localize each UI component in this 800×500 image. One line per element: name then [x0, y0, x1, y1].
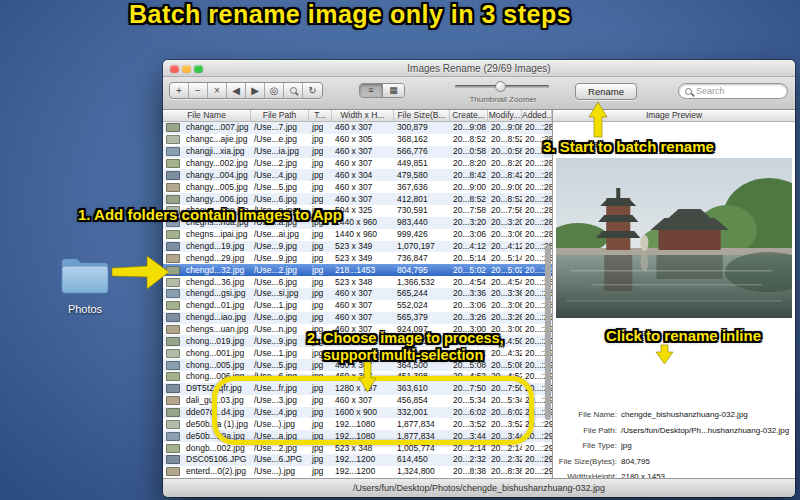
cell-create: 20...7:58 — [450, 205, 488, 216]
table-row[interactable]: DSC05106.JPG/Use...6.JPGjpg192...1200614… — [163, 454, 552, 466]
cell-dims: 218...1453 — [332, 265, 394, 276]
cell-size: 983,440 — [394, 217, 450, 228]
file-name-inline-edit[interactable]: chengde_bishushanzhuang-032.jpg — [621, 410, 748, 419]
preview-button[interactable]: ◎ — [265, 83, 284, 98]
previous-button[interactable]: ◀ — [227, 83, 246, 98]
table-row[interactable]: chengd...19.jpg/Use...9.jpgjpg523 x 3491… — [163, 241, 552, 253]
cell-name: chengd...29.jpg — [183, 253, 251, 264]
column-header[interactable]: Width x H... — [332, 110, 394, 122]
photos-folder[interactable]: Photos — [50, 256, 120, 315]
table-row[interactable]: changy...002.jpg/Use...2.jpgjpg460 x 307… — [163, 158, 552, 170]
file-info-value: 804,795 — [621, 457, 650, 466]
window-titlebar[interactable]: Images Rename (29/69 Images) — [163, 60, 795, 77]
thumbnail-cell — [163, 466, 183, 477]
table-row[interactable]: enterd...0(2).jpg/Use...).jpgjpg192...12… — [163, 466, 552, 478]
toolbar-button-group: +−×◀▶◎↻ — [169, 82, 323, 99]
grid-view-button[interactable]: ▦ — [382, 84, 404, 97]
column-header[interactable]: Create... — [450, 110, 488, 122]
rename-button[interactable]: Rename — [575, 83, 637, 100]
table-row[interactable]: chengd...01.jpg/Use...1.jpgjpg460 x 3075… — [163, 300, 552, 312]
column-header[interactable]: File Size(B... — [394, 110, 450, 122]
cell-path: /Use...5.jpg — [251, 360, 309, 371]
table-row[interactable]: chengd...29.jpg/Use...9.jpgjpg523 x 3497… — [163, 252, 552, 264]
cell-modify: 20...3:06 — [488, 229, 522, 240]
file-info-label: File Name: — [553, 410, 617, 419]
file-info-label: File Size(Bytes): — [553, 457, 617, 466]
column-header[interactable]: Added... — [522, 110, 552, 122]
table-row[interactable]: changy...006.jpg/Use...6.jpgjpg460 x 307… — [163, 193, 552, 205]
scrollbar-thumb[interactable] — [545, 245, 551, 420]
table-row[interactable]: changc...ajie.jpg/Use...e.jpgjpg460 x 30… — [163, 134, 552, 146]
file-thumbnail-icon — [166, 396, 180, 405]
cell-size: 736,847 — [394, 253, 450, 264]
remove-button[interactable]: − — [189, 83, 208, 98]
delete-button[interactable]: × — [208, 83, 227, 98]
preview-pane: Image Preview — [552, 110, 795, 478]
slider-knob-icon[interactable] — [495, 81, 506, 92]
file-thumbnail-icon — [166, 313, 180, 322]
cell-name: changy...006.jpg — [183, 194, 251, 205]
cell-create: 20...3:20 — [450, 217, 488, 228]
cell-type: jpg — [309, 466, 332, 477]
file-thumbnail-icon — [166, 325, 180, 334]
table-row[interactable]: changji...xia.jpg/Use...ia.jpgjpg460 x 3… — [163, 146, 552, 158]
file-info-label: File Type: — [553, 441, 617, 450]
table-row[interactable]: chengd...iao.jpg/Use...o.jpgjpg460 x 307… — [163, 312, 552, 324]
cell-dims: 460 x 307 — [332, 158, 394, 169]
cell-create: 20...8:52 — [450, 134, 488, 145]
table-row[interactable]: chengd...gsi.jpg/Use...si.jpgjpg460 x 30… — [163, 288, 552, 300]
list-view-button[interactable]: ≡ — [360, 84, 382, 97]
file-thumbnail-icon — [166, 301, 180, 310]
file-thumbnail-icon — [166, 361, 180, 370]
search-button[interactable] — [284, 83, 303, 98]
table-row[interactable]: changy...005.jpg/Use...5.jpgjpg460 x 307… — [163, 181, 552, 193]
thumbnail-cell — [163, 182, 183, 193]
cell-dims: 460 x 304 — [332, 170, 394, 181]
thumbnail-cell — [163, 253, 183, 264]
cell-size: 412,801 — [394, 194, 450, 205]
column-header[interactable]: File Name — [163, 110, 251, 122]
table-row[interactable]: changc...007.jpg/Use...7.jpgjpg460 x 307… — [163, 122, 552, 134]
refresh-button[interactable]: ↻ — [303, 83, 322, 98]
column-header[interactable]: T... — [309, 110, 332, 122]
cell-size: 552,024 — [394, 300, 450, 311]
add-button[interactable]: + — [170, 83, 189, 98]
thumbnail-cell — [163, 348, 183, 359]
table-row[interactable]: chegns...ipai.jpg/Use...ai.jpgjpg1440 x … — [163, 229, 552, 241]
search-field[interactable]: Search — [678, 83, 788, 99]
table-row[interactable]: changy...004.jpg/Use...4.jpgjpg460 x 304… — [163, 169, 552, 181]
folder-label: Photos — [50, 303, 120, 315]
cell-name: chengd...01.jpg — [183, 300, 251, 311]
table-scrollbar[interactable] — [544, 122, 552, 478]
file-thumbnail-icon — [166, 467, 180, 476]
thumbnail-cell — [163, 419, 183, 430]
cell-path: /Use...5.jpg — [251, 182, 309, 193]
cell-name: chong...005.jpg — [183, 360, 251, 371]
status-path: /Users/fun/Desktop/Photos/chengde_bishus… — [353, 483, 605, 493]
next-button[interactable]: ▶ — [246, 83, 265, 98]
cell-name: changy...005.jpg — [183, 182, 251, 193]
thumbnail-cell — [163, 371, 183, 382]
window-title: Images Rename (29/69 Images) — [163, 60, 795, 77]
table-row[interactable]: chengd...36.jpg/Use...6.jpgjpg523 x 3481… — [163, 276, 552, 288]
cell-dims: 192...1200 — [332, 466, 394, 477]
minimize-button[interactable] — [182, 65, 191, 74]
thumbnail-zoomer-slider[interactable] — [455, 85, 549, 88]
zoom-button[interactable] — [194, 65, 203, 74]
thumbnail-cell — [163, 134, 183, 145]
column-header[interactable]: File Path — [251, 110, 309, 122]
file-thumbnail-icon — [166, 349, 180, 358]
cell-path: /Use...si.jpg — [251, 288, 309, 299]
close-button[interactable] — [170, 65, 179, 74]
cell-type: jpg — [309, 122, 332, 133]
cell-modify: 20...8:38 — [488, 466, 522, 477]
cell-create: 20...8:38 — [450, 466, 488, 477]
thumbnail-cell — [163, 443, 183, 454]
cell-modify: 20...3:26 — [488, 312, 522, 323]
column-header[interactable]: Modify... — [488, 110, 522, 122]
cell-name: enterd...0(2).jpg — [183, 466, 251, 477]
folder-icon — [59, 256, 111, 296]
file-thumbnail-icon — [166, 384, 180, 393]
cell-type: jpg — [309, 312, 332, 323]
table-row-selected[interactable]: chengd...32.jpg/Use...2.jpgjpg218...1453… — [163, 264, 552, 276]
